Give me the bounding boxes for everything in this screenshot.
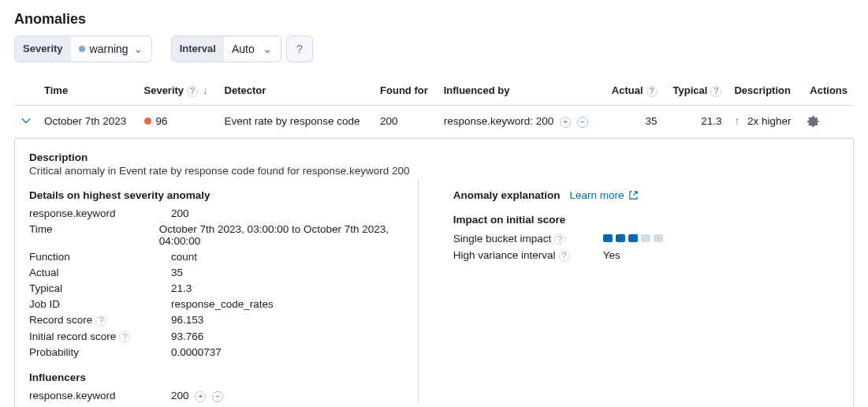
kv-value: 200 + −	[171, 390, 223, 402]
severity-filter-value: warning	[90, 36, 129, 62]
col-detector[interactable]: Detector	[218, 77, 374, 105]
kv-value: 93.766	[171, 330, 203, 343]
plus-filter-icon[interactable]: +	[560, 117, 571, 128]
severity-filter-label: Severity	[15, 36, 71, 62]
kv-value: 21.3	[171, 282, 192, 294]
impact-heading: Impact on initial score	[453, 214, 839, 226]
kv-key: Probability	[29, 346, 171, 358]
minus-filter-icon[interactable]: −	[212, 391, 223, 402]
filter-bar: Severity warning ⌄ Interval Auto ⌄ ?	[14, 35, 854, 62]
kv-key: High variance interval?	[453, 249, 603, 262]
chevron-down-icon: ⌄	[263, 36, 273, 62]
influencers-heading: Influencers	[29, 372, 404, 383]
kv-key: response.keyword	[29, 390, 171, 402]
plus-filter-icon[interactable]: +	[195, 391, 206, 402]
col-actual[interactable]: Actual?	[602, 77, 664, 105]
kv-value: Yes	[603, 249, 620, 261]
minus-filter-icon[interactable]: −	[577, 117, 588, 128]
info-icon: ?	[559, 251, 570, 262]
kv-value: 200	[171, 207, 189, 219]
info-icon: ?	[95, 316, 106, 327]
table-row: October 7th 2023 96 Event rate by respon…	[14, 105, 854, 137]
description-label: Description	[29, 151, 839, 163]
chevron-down-icon	[20, 115, 32, 126]
kv-key: Record score?	[29, 314, 171, 327]
explanation-heading: Anomaly explanation	[453, 189, 561, 201]
info-icon: ?	[710, 86, 721, 97]
cell-influenced-by: response.keyword: 200 + −	[438, 105, 602, 137]
anomalies-table: Time Severity?↓ Detector Found for Influ…	[14, 77, 854, 407]
learn-more-link[interactable]: Learn more	[570, 189, 639, 201]
kv-value: 35	[171, 267, 183, 278]
col-influenced-by[interactable]: Influenced by	[438, 77, 602, 105]
cell-actual: 35	[602, 105, 664, 137]
sort-down-icon: ↓	[203, 84, 208, 96]
severity-dot-icon	[144, 118, 151, 125]
kv-key: Function	[29, 251, 171, 263]
cell-severity: 96	[138, 105, 218, 137]
info-icon: ?	[119, 331, 130, 342]
page-title: Anomalies	[14, 11, 854, 28]
kv-key: Initial record score?	[29, 330, 171, 343]
cell-detector: Event rate by response code	[218, 105, 374, 137]
interval-filter[interactable]: Interval Auto ⌄	[171, 35, 281, 62]
col-found-for[interactable]: Found for	[374, 77, 438, 105]
row-actions-button[interactable]	[807, 115, 848, 128]
cell-typical: 21.3	[664, 105, 728, 137]
kv-value: October 7th 2023, 03:00:00 to October 7t…	[159, 223, 404, 247]
expand-toggle[interactable]	[20, 115, 32, 126]
kv-key: Typical	[29, 282, 171, 294]
severity-dot-icon	[79, 46, 85, 52]
kv-value: 0.0000737	[171, 346, 222, 358]
kv-key: response.keyword	[29, 207, 171, 219]
arrow-up-icon: ↑	[734, 115, 739, 127]
interval-help-button[interactable]: ?	[286, 35, 313, 62]
kv-value: response_code_rates	[171, 298, 274, 310]
col-severity[interactable]: Severity?↓	[138, 77, 218, 105]
severity-filter[interactable]: Severity warning ⌄	[14, 35, 152, 62]
cell-time: October 7th 2023	[38, 105, 138, 137]
cell-description: ↑ 2x higher	[728, 105, 801, 137]
kv-key: Single bucket impact?	[453, 233, 603, 245]
info-icon: ?	[646, 86, 658, 97]
chevron-down-icon: ⌄	[133, 36, 143, 62]
interval-filter-value: Auto	[232, 36, 255, 62]
description-text: Critical anomaly in Event rate by respon…	[29, 165, 839, 177]
col-actions: Actions	[801, 77, 854, 105]
col-description[interactable]: Description	[728, 77, 801, 105]
col-time[interactable]: Time	[38, 77, 138, 105]
impact-bars	[603, 234, 663, 242]
col-typical[interactable]: Typical?	[664, 77, 728, 105]
external-link-icon	[629, 191, 638, 200]
kv-key: Job ID	[29, 298, 171, 310]
expanded-panel: Description Critical anomaly in Event ra…	[14, 138, 854, 408]
question-icon: ?	[296, 43, 303, 55]
kv-key: Actual	[29, 267, 171, 278]
kv-value: 96.153	[171, 314, 203, 327]
info-icon: ?	[554, 233, 565, 245]
cell-found-for: 200	[374, 105, 438, 137]
gear-icon	[807, 115, 820, 128]
details-heading: Details on highest severity anomaly	[29, 189, 404, 201]
kv-key: Time	[29, 223, 159, 247]
interval-filter-label: Interval	[172, 36, 224, 62]
info-icon: ?	[187, 86, 198, 97]
kv-value: count	[171, 251, 197, 263]
